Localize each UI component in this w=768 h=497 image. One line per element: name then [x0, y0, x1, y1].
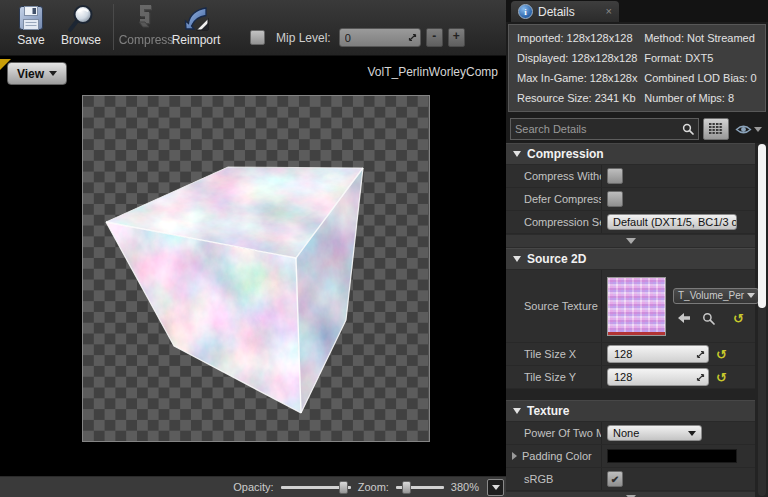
section-header-texture[interactable]: Texture [506, 400, 755, 422]
opacity-slider-handle[interactable] [339, 481, 348, 494]
compression-settings-dropdown[interactable]: Default (DXT1/5, BC1/3 or [607, 214, 737, 230]
expander-strip[interactable] [506, 491, 755, 497]
mip-level-input[interactable] [340, 31, 405, 45]
use-selected-asset-button[interactable] [677, 312, 691, 324]
view-menu-label: View [17, 67, 44, 81]
chevron-down-icon [754, 127, 762, 132]
zoom-label: Zoom: [358, 481, 389, 493]
property-label: Compression Se [506, 211, 601, 233]
chevron-down-icon [492, 485, 500, 490]
tile-size-x-spinbox[interactable] [607, 345, 709, 363]
browse-button[interactable]: Browse [56, 3, 106, 47]
compress-icon [131, 3, 161, 33]
property-row-srgb: sRGB [506, 468, 755, 491]
property-row-compress-without-alpha: Compress Witho [506, 165, 755, 188]
save-button[interactable]: Save [6, 3, 56, 47]
expander-strip[interactable] [506, 234, 755, 248]
info-icon: i [518, 4, 533, 19]
property-row-compression-settings: Compression Se Default (DXT1/5, BC1/3 or [506, 211, 755, 234]
chevron-down-icon [49, 71, 57, 76]
view-options-button[interactable] [733, 124, 764, 135]
info-method: Method: Not Streamed [644, 28, 757, 48]
mip-minus-button[interactable]: - [426, 28, 443, 47]
property-row-tile-size-y: Tile Size Y [506, 366, 755, 389]
info-resource-size: Resource Size: 2341 Kb [517, 88, 644, 108]
search-field[interactable] [510, 118, 699, 140]
mip-level-spinbox[interactable] [339, 28, 421, 47]
source-texture-thumbnail[interactable] [607, 277, 666, 336]
defer-compression-checkbox[interactable] [607, 191, 623, 207]
section-header-source-2d[interactable]: Source 2D [506, 248, 755, 270]
texture-editor-panel: Save Browse [0, 0, 506, 497]
property-label: Padding Color [506, 445, 601, 467]
padding-color-swatch[interactable] [607, 449, 737, 463]
zoom-slider-handle[interactable] [402, 481, 411, 494]
section-title: Compression [527, 147, 604, 161]
asset-title: VolT_PerlinWorleyComp [368, 65, 499, 79]
dropdown-value: Default (DXT1/5, BC1/3 or [613, 216, 737, 228]
property-label: Defer Compress [506, 188, 601, 210]
property-matrix-button[interactable] [703, 118, 729, 140]
property-row-tile-size-x: Tile Size X [506, 343, 755, 366]
expanded-arrow-icon [513, 151, 521, 157]
dropdown-value: T_Volume_Per [678, 290, 744, 301]
compress-button[interactable]: Compress [121, 3, 171, 47]
property-label: sRGB [506, 468, 601, 490]
opacity-slider[interactable] [281, 481, 351, 494]
details-property-list: Compression Compress Witho Defer Compres… [506, 143, 768, 497]
texture-info-summary: Imported: 128x128x128 Method: Not Stream… [508, 24, 766, 112]
spinbox-drag-icon [408, 33, 417, 42]
reimport-button[interactable]: Reimport [171, 3, 221, 47]
section-title: Source 2D [527, 252, 586, 266]
tab-details[interactable]: i Details × [511, 1, 619, 22]
details-search-row [506, 115, 768, 143]
zoom-slider[interactable] [396, 481, 444, 494]
scrollbar-thumb[interactable] [758, 144, 766, 308]
info-displayed: Displayed: 128x128x128 [517, 48, 644, 68]
expand-right-icon[interactable] [512, 452, 517, 460]
mip-level-checkbox[interactable] [250, 30, 265, 45]
srgb-checkbox[interactable] [607, 471, 623, 487]
zoom-preset-dropdown-button[interactable] [487, 479, 504, 496]
info-num-mips: Number of Mips: 8 [644, 88, 757, 108]
browse-magnifier-icon [66, 3, 96, 33]
chevron-down-icon [688, 431, 696, 436]
view-menu-button[interactable]: View [7, 62, 67, 85]
mip-plus-button[interactable]: + [448, 28, 465, 47]
property-label: Tile Size X [506, 343, 601, 365]
spinbox-drag-icon [696, 350, 705, 359]
section-title: Texture [527, 404, 569, 418]
info-imported: Imported: 128x128x128 [517, 28, 644, 48]
search-input[interactable] [511, 123, 682, 135]
details-tab-bar: i Details × [506, 0, 768, 22]
reimport-icon [181, 3, 211, 33]
reset-to-default-icon[interactable] [716, 348, 727, 361]
tile-size-x-input[interactable] [608, 347, 682, 361]
reset-to-default-icon[interactable] [733, 312, 744, 325]
tile-size-y-spinbox[interactable] [607, 368, 709, 386]
mip-level-label: Mip Level: [276, 31, 331, 45]
save-label: Save [17, 33, 44, 47]
property-label: Source Texture [506, 270, 601, 342]
compress-label: Compress [119, 33, 174, 47]
info-max-ingame: Max In-Game: 128x128x [517, 68, 644, 88]
save-icon [16, 3, 46, 33]
section-header-compression[interactable]: Compression [506, 143, 755, 165]
source-texture-asset-dropdown[interactable]: T_Volume_Per [673, 288, 759, 304]
tile-size-y-input[interactable] [608, 370, 682, 384]
info-lod-bias: Combined LOD Bias: 0 [644, 68, 757, 88]
power-of-two-mode-dropdown[interactable]: None [607, 425, 702, 441]
property-row-padding-color: Padding Color [506, 445, 755, 468]
compress-without-alpha-checkbox[interactable] [607, 168, 623, 184]
property-row-source-texture: Source Texture T_Volume_Per [506, 270, 755, 343]
expanded-arrow-icon [513, 256, 521, 262]
spinbox-drag-icon [696, 373, 705, 382]
search-icon [682, 123, 694, 135]
reset-to-default-icon[interactable] [716, 371, 727, 384]
eye-icon [735, 124, 752, 135]
dropdown-value: None [613, 427, 639, 439]
tab-details-label: Details [538, 5, 575, 19]
browse-to-asset-icon[interactable] [702, 312, 715, 325]
texture-viewport[interactable]: View VolT_PerlinWorleyComp [0, 56, 506, 476]
close-icon[interactable]: × [606, 6, 612, 17]
